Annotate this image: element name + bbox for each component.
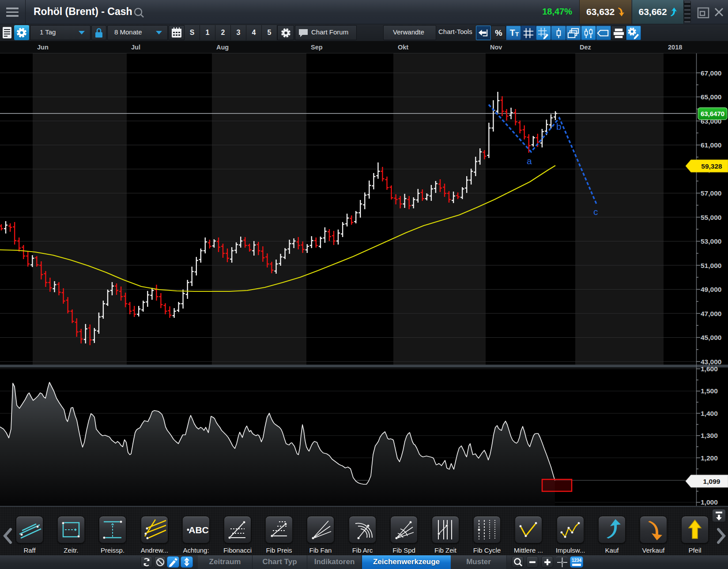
- svg-text:47,000: 47,000: [701, 310, 721, 317]
- svg-text:53,000: 53,000: [701, 237, 721, 245]
- svg-text:1,600: 1,600: [701, 365, 718, 373]
- svg-text:1,400: 1,400: [701, 410, 718, 417]
- svg-text:1,200: 1,200: [701, 454, 718, 462]
- svg-text:a: a: [527, 156, 532, 166]
- svg-text:Jun: Jun: [37, 44, 49, 51]
- svg-text:55,000: 55,000: [701, 214, 721, 221]
- svg-text:61,000: 61,000: [701, 141, 721, 149]
- svg-text:c: c: [593, 207, 598, 217]
- svg-text:1,099: 1,099: [703, 478, 720, 485]
- svg-text:Aug: Aug: [216, 44, 229, 51]
- svg-text:59,328: 59,328: [701, 162, 722, 170]
- svg-text:2018: 2018: [668, 44, 682, 51]
- svg-text:T: T: [510, 28, 515, 38]
- svg-text:65,000: 65,000: [701, 93, 721, 101]
- svg-text:1,300: 1,300: [701, 432, 718, 439]
- svg-text:1,000: 1,000: [701, 498, 718, 506]
- svg-text:ABC: ABC: [189, 525, 209, 535]
- svg-text:63,6470: 63,6470: [701, 110, 724, 117]
- svg-text:Nov: Nov: [490, 44, 502, 51]
- svg-text:T: T: [515, 31, 519, 38]
- svg-text:Jul: Jul: [131, 44, 140, 51]
- svg-text:Okt: Okt: [398, 44, 408, 51]
- svg-text:67,000: 67,000: [701, 69, 721, 77]
- svg-text:Sep: Sep: [311, 44, 323, 51]
- svg-text:1,500: 1,500: [701, 387, 718, 395]
- svg-text:51,000: 51,000: [701, 262, 721, 269]
- svg-text:%: %: [495, 28, 502, 38]
- svg-text:43,000: 43,000: [701, 358, 721, 366]
- svg-text:45,000: 45,000: [701, 334, 721, 341]
- svg-text:Dez: Dez: [580, 44, 591, 51]
- svg-text:57,000: 57,000: [701, 189, 721, 197]
- svg-text:b: b: [556, 121, 562, 132]
- svg-text:49,000: 49,000: [701, 286, 721, 293]
